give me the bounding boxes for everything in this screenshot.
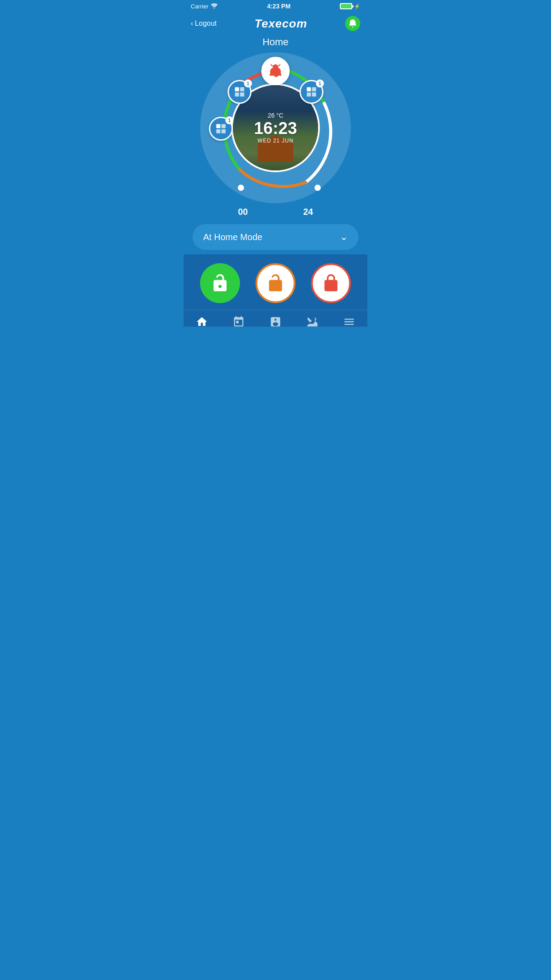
zone-top-left-badge: 1 [244, 79, 252, 87]
back-chevron-icon: ‹ [191, 20, 193, 28]
zone-top-left-button[interactable]: 1 [228, 80, 252, 104]
svg-rect-8 [307, 92, 311, 96]
status-right: ⚡ [340, 3, 360, 9]
svg-rect-6 [307, 87, 311, 91]
tab-recipes[interactable]: Recipes [294, 314, 331, 327]
alarm-button[interactable] [261, 57, 290, 85]
svg-rect-2 [235, 87, 239, 91]
svg-rect-5 [240, 92, 244, 96]
zone-mid-left-button[interactable]: 1 [209, 117, 233, 141]
svg-rect-9 [312, 92, 316, 96]
tab-home[interactable]: Home [184, 314, 220, 327]
right-dot-indicator [315, 185, 321, 191]
brand-logo: Texecom [255, 17, 307, 31]
mode-label: At Home Mode [203, 232, 262, 242]
partial-lock-button[interactable] [256, 263, 295, 303]
chevron-down-icon: ⌄ [340, 231, 348, 243]
logout-label: Logout [195, 20, 216, 28]
arc-numbers-row: 00 24 [184, 203, 367, 217]
header: ‹ Logout Texecom [184, 12, 367, 35]
svg-point-15 [274, 285, 277, 288]
status-left: Carrier [191, 3, 218, 10]
svg-rect-7 [312, 87, 316, 91]
carrier-label: Carrier [191, 3, 209, 10]
wifi-icon [211, 3, 218, 10]
status-bar: Carrier 4:23 PM ⚡ [184, 0, 367, 12]
unlock-button[interactable] [200, 263, 240, 303]
svg-point-16 [329, 285, 332, 288]
time-display: 16:23 [254, 120, 297, 137]
svg-rect-11 [221, 124, 225, 128]
svg-rect-3 [240, 87, 244, 91]
mode-section: At Home Mode ⌄ [184, 217, 367, 254]
logout-button[interactable]: ‹ Logout [191, 20, 216, 28]
svg-rect-12 [216, 129, 220, 133]
left-dot-indicator [238, 185, 244, 191]
at-home-mode-button[interactable]: At Home Mode ⌄ [193, 224, 358, 250]
circle-widget: 1 1 1 [200, 52, 351, 203]
clock-info: 26 °C 16:23 WED 21 JUN [254, 112, 297, 144]
svg-rect-13 [221, 129, 225, 133]
svg-point-14 [219, 285, 222, 288]
main-content: 1 1 1 [184, 52, 367, 310]
tab-rooms[interactable]: Rooms [257, 314, 294, 327]
battery-icon [340, 3, 352, 9]
svg-rect-4 [235, 92, 239, 96]
lock-section [184, 254, 367, 310]
lock-button[interactable] [311, 263, 351, 303]
notification-button[interactable] [345, 16, 360, 31]
status-time: 4:23 PM [267, 3, 291, 10]
arc-number-right: 24 [303, 207, 313, 217]
svg-point-0 [213, 8, 215, 8]
arc-number-left: 00 [238, 207, 248, 217]
page-title: Home [184, 35, 367, 52]
tab-menu[interactable]: Menu [331, 314, 367, 327]
charging-icon: ⚡ [354, 4, 360, 9]
date-display: WED 21 JUN [254, 138, 297, 144]
svg-rect-10 [216, 124, 220, 128]
zone-mid-left-badge: 1 [225, 116, 233, 124]
tab-calendar[interactable]: Calendar [220, 314, 257, 327]
zone-top-right-badge: 1 [316, 79, 324, 87]
zone-top-right-button[interactable]: 1 [299, 80, 323, 104]
tab-bar: Home Calendar Rooms Recipes Menu [184, 310, 367, 327]
temperature-display: 26 °C [254, 112, 297, 119]
